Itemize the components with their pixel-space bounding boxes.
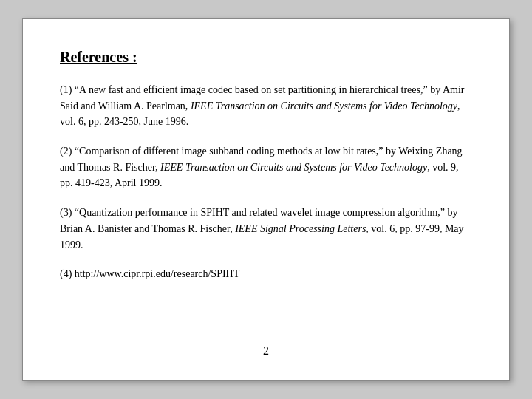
ref-text-4: http://www.cipr.rpi.edu/research/SPIHT [75,268,239,279]
reference-item-1: (1) “A new fast and efficient image code… [60,82,472,130]
ref-italic-1: IEEE Transaction on Circuits and Systems… [191,100,457,112]
page-footer: 2 [60,337,472,358]
reference-item-2: (2) “Comparison of different image subba… [60,143,472,191]
content-area: References : (1) “A new fast and efficie… [60,49,472,337]
ref-italic-3: IEEE Signal Processing Letters [235,223,366,234]
ref-number-3: (3) [60,207,75,218]
references-heading: References : [60,49,472,66]
ref-number-4: (4) [60,268,75,279]
reference-item-3: (3) “Quantization performance in SPIHT a… [60,205,472,253]
page-number: 2 [263,344,269,357]
ref-number-2: (2) [60,146,75,157]
ref-italic-2: IEEE Transaction on Circuits and Systems… [160,162,427,173]
ref-number-1: (1) [60,84,75,95]
ref-text-3: “Quantization performance in SPIHT and r… [60,207,464,250]
slide: References : (1) “A new fast and efficie… [22,18,510,381]
ref-text-2: “Comparison of different image subband c… [60,146,463,188]
references-list: (1) “A new fast and efficient image code… [60,82,472,282]
reference-item-4: (4) http://www.cipr.rpi.edu/research/SPI… [60,266,472,282]
ref-text-1: “A new fast and efficient image codec ba… [60,84,465,127]
